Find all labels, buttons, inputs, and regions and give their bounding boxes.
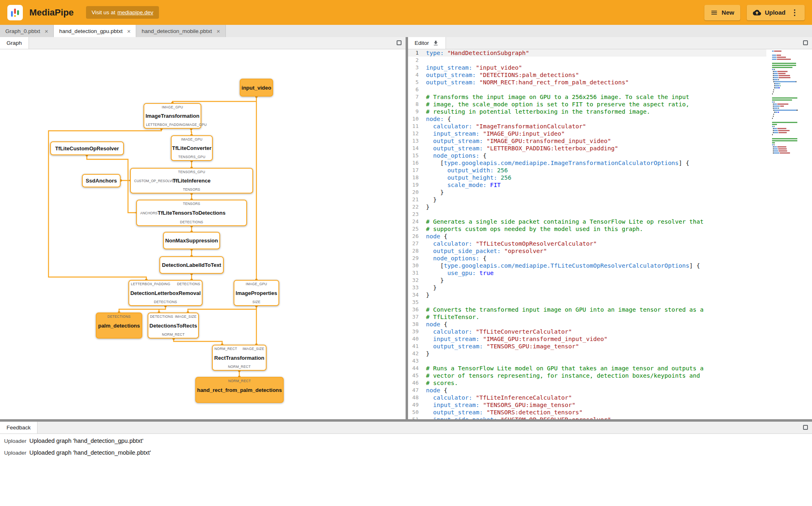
graph-node-detection-label-id-to-text[interactable]: DetectionLabelIdToText <box>159 256 224 274</box>
feedback-source: Uploader <box>4 438 29 444</box>
expand-icon[interactable] <box>397 40 402 45</box>
graph-tab[interactable]: Graph <box>0 37 29 49</box>
graph-node-tflite-converter[interactable]: IMAGE_GPU TfLiteConverter TENSORS_GPU <box>171 135 213 161</box>
code-line[interactable]: 47node { <box>408 387 766 394</box>
graph-node-image-properties[interactable]: IMAGE_GPU ImageProperties SIZE <box>234 280 279 306</box>
code-line[interactable]: 32 } <box>408 277 766 284</box>
port-label: CUSTOM_OP_RESOLVER <box>134 179 177 183</box>
code-line[interactable]: 35 <box>408 299 766 306</box>
close-tab-icon[interactable]: × <box>216 28 220 34</box>
code-line[interactable]: 17 output_width: 256 <box>408 167 766 174</box>
file-tab-label: hand_detection_gpu.pbtxt <box>59 28 122 34</box>
code-line[interactable]: 1type: "HandDetectionSubgraph" <box>408 49 766 57</box>
code-line[interactable]: 20 } <box>408 189 766 196</box>
code-line[interactable]: 11 calculator: "ImageTransformationCalcu… <box>408 123 766 130</box>
graph-node-palm-detections[interactable]: DETECTIONS palm_detections <box>96 312 142 339</box>
new-button[interactable]: New <box>704 5 740 20</box>
graph-node-tflite-custom-op-resolver[interactable]: TfLiteCustomOpResolver <box>50 141 124 155</box>
code-line[interactable]: 13 output_stream: "IMAGE_GPU:transformed… <box>408 137 766 145</box>
visit-text: Visit us at <box>92 9 115 15</box>
code-line[interactable]: 6 <box>408 86 766 93</box>
editor-panel: Editor 1type: "HandDetectionSubgraph"23i… <box>408 37 812 419</box>
graph-node-tflite-inference[interactable]: TENSORS_GPU CUSTOM_OP_RESOLVER TfLiteInf… <box>130 168 253 194</box>
file-tab-hand-detection-mobile[interactable]: hand_detection_mobile.pbtxt × <box>136 25 225 37</box>
download-icon[interactable] <box>432 40 439 46</box>
code-line[interactable]: 45# vector of tensors representing, for … <box>408 372 766 379</box>
graph-node-hand-rect-from-palm-detections[interactable]: NORM_RECT hand_rect_from_palm_detections <box>195 377 284 403</box>
code-line[interactable]: 23 <box>408 211 766 218</box>
expand-icon[interactable] <box>803 40 808 45</box>
code-line[interactable]: 18 output_height: 256 <box>408 174 766 181</box>
code-line[interactable]: 51 input_side_packet: "CUSTOM_OP_RESOLVE… <box>408 416 766 419</box>
code-line[interactable]: 15 node_options: { <box>408 152 766 159</box>
code-line[interactable]: 19 scale_mode: FIT <box>408 181 766 189</box>
code-line[interactable]: 50 output_stream: "TENSORS:detection_ten… <box>408 409 766 416</box>
editor-panel-header: Editor <box>408 37 812 49</box>
upload-button[interactable]: Upload ⋮ <box>747 5 805 20</box>
code-line[interactable]: 49 input_stream: "TENSORS_GPU:image_tens… <box>408 401 766 409</box>
expand-icon[interactable] <box>803 425 808 430</box>
code-line[interactable]: 46# scores. <box>408 379 766 387</box>
port-label: DETECTIONS <box>177 282 200 286</box>
code-line[interactable]: 48 calculator: "TfLiteInferenceCalculato… <box>408 394 766 401</box>
code-line[interactable]: 3input_stream: "input_video" <box>408 64 766 71</box>
code-line[interactable]: 22} <box>408 203 766 211</box>
code-line[interactable]: 12 input_stream: "IMAGE_GPU:input_video" <box>408 130 766 137</box>
code-line[interactable]: 43 <box>408 357 766 365</box>
file-tab-hand-detection-gpu[interactable]: hand_detection_gpu.pbtxt × <box>54 25 136 37</box>
close-tab-icon[interactable]: × <box>127 28 131 34</box>
code-line[interactable]: 28 output_side_packet: "opresolver" <box>408 247 766 255</box>
code-line[interactable]: 9# resulting in potential letterboxing i… <box>408 108 766 115</box>
close-tab-icon[interactable]: × <box>45 28 49 34</box>
port-label: IMAGE_GPU <box>162 105 183 109</box>
code-line[interactable]: 39 calculator: "TfLiteConverterCalculato… <box>408 328 766 335</box>
code-line[interactable]: 40 input_stream: "IMAGE_GPU:transformed_… <box>408 335 766 343</box>
upload-kebab-menu-icon[interactable]: ⋮ <box>791 8 799 17</box>
code-line[interactable]: 34} <box>408 291 766 299</box>
code-line[interactable]: 30 [type.googleapis.com/mediapipe.TfLite… <box>408 262 766 269</box>
code-line[interactable]: 24# Generates a single side packet conta… <box>408 218 766 225</box>
code-line[interactable]: 4output_stream: "DETECTIONS:palm_detecti… <box>408 71 766 79</box>
code-line[interactable]: 27 calculator: "TfLiteCustomOpResolverCa… <box>408 240 766 247</box>
file-tab-graph-0[interactable]: Graph_0.pbtxt × <box>0 25 54 37</box>
code-line[interactable]: 41 output_stream: "TENSORS_GPU:image_ten… <box>408 343 766 350</box>
graph-node-input-video[interactable]: input_video <box>240 79 273 97</box>
mediapipe-logo-glyph <box>10 7 20 18</box>
code-line[interactable]: 14 output_stream: "LETTERBOX_PADDING:let… <box>408 145 766 152</box>
code-line[interactable]: 10node: { <box>408 115 766 123</box>
feedback-tab[interactable]: Feedback <box>0 422 38 433</box>
code-line[interactable]: 26node { <box>408 233 766 240</box>
upload-button-label: Upload <box>765 9 786 16</box>
graph-canvas[interactable]: input_video IMAGE_GPU ImageTransformatio… <box>0 49 406 419</box>
minimap[interactable] <box>772 51 803 154</box>
graph-node-detections-to-rects[interactable]: DETECTIONS IMAGE_SIZE DetectionsToRects … <box>148 312 199 339</box>
graph-node-rect-transformation[interactable]: NORM_RECT IMAGE_SIZE RectTransformation … <box>212 345 267 371</box>
editor-tab[interactable]: Editor <box>408 37 446 49</box>
node-label: TfLiteConverter <box>172 145 212 151</box>
port-label: ANCHORS <box>140 211 158 215</box>
code-line[interactable]: 37# TfLiteTensor. <box>408 313 766 321</box>
code-line[interactable]: 8# image, the scale_mode option is set t… <box>408 101 766 108</box>
code-line[interactable]: 16 [type.googleapis.com/mediapipe.ImageT… <box>408 159 766 167</box>
code-line[interactable]: 7# Transforms the input image on GPU to … <box>408 93 766 101</box>
code-line[interactable]: 31 use_gpu: true <box>408 269 766 277</box>
port-label: NORM_RECT <box>228 379 251 383</box>
code-lines[interactable]: 1type: "HandDetectionSubgraph"23input_st… <box>408 49 766 419</box>
code-line[interactable]: 44# Runs a TensorFlow Lite model on GPU … <box>408 365 766 372</box>
code-line[interactable]: 36# Converts the transformed input image… <box>408 306 766 313</box>
node-label: RectTransformation <box>214 355 265 361</box>
graph-node-non-max-suppression[interactable]: NonMaxSuppression <box>163 232 220 249</box>
graph-node-tflite-tensors-to-detections[interactable]: TENSORS ANCHORS TfLiteTensorsToDetection… <box>136 200 247 226</box>
code-line[interactable]: 2 <box>408 57 766 64</box>
code-line[interactable]: 38node { <box>408 321 766 328</box>
code-line[interactable]: 33 } <box>408 284 766 291</box>
code-line[interactable]: 25# supports custom ops needed by the mo… <box>408 225 766 233</box>
code-line[interactable]: 21 } <box>408 196 766 203</box>
graph-node-detection-letterbox-removal[interactable]: LETTERBOX_PADDING DETECTIONS DetectionLe… <box>128 280 203 306</box>
graph-node-image-transformation[interactable]: IMAGE_GPU ImageTransformation LETTERBOX_… <box>143 103 201 129</box>
code-line[interactable]: 29 node_options: { <box>408 255 766 262</box>
code-line[interactable]: 42} <box>408 350 766 357</box>
visit-link[interactable]: mediapipe.dev <box>117 9 153 15</box>
code-line[interactable]: 5output_stream: "NORM_RECT:hand_rect_fro… <box>408 79 766 86</box>
graph-node-ssd-anchors[interactable]: SsdAnchors <box>82 174 121 187</box>
